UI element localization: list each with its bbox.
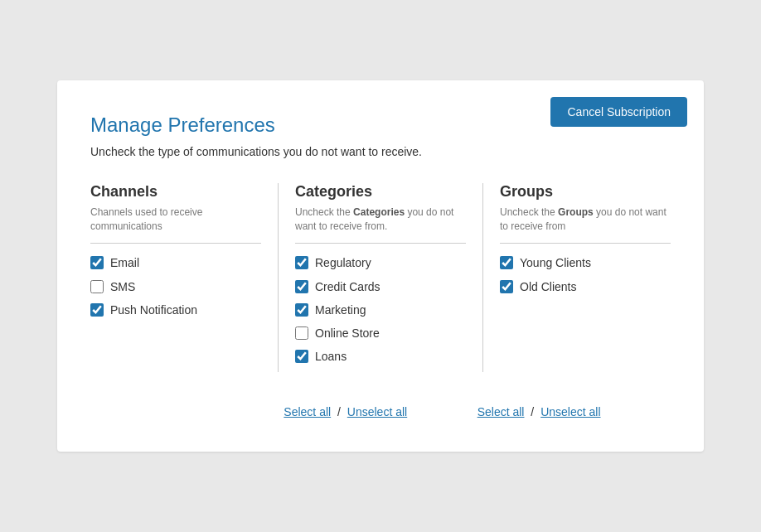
categories-title: Categories [295, 183, 466, 201]
group-young-clients-item: Young Clients [500, 255, 671, 270]
group-young-clients-checkbox[interactable] [500, 256, 513, 269]
category-marketing-checkbox[interactable] [295, 303, 308, 317]
channel-email-checkbox[interactable] [90, 256, 104, 269]
category-credit-cards-label: Credit Cards [315, 279, 380, 294]
channel-email-item: Email [90, 255, 261, 270]
channels-column: Channels Channels used to receive commun… [90, 183, 279, 373]
category-marketing-label: Marketing [315, 302, 366, 317]
categories-column: Categories Uncheck the Categories you do… [295, 183, 483, 373]
channel-sms-checkbox[interactable] [90, 280, 104, 293]
groups-link-group: Select all / Unselect all [477, 405, 671, 418]
channel-push-label: Push Notification [110, 302, 197, 317]
groups-select-all-link[interactable]: Select all [477, 405, 525, 418]
categories-link-separator: / [337, 405, 344, 418]
category-regulatory-item: Regulatory [295, 255, 466, 270]
channels-title: Channels [90, 183, 261, 201]
top-right-area: Cancel Subscription [550, 97, 687, 127]
channel-sms-label: SMS [110, 279, 135, 294]
channel-email-label: Email [110, 255, 139, 270]
bottom-links-area: Select all / Unselect all Select all / U… [90, 405, 671, 418]
group-young-clients-label: Young Clients [520, 255, 591, 270]
groups-desc-bold: Groups [558, 206, 594, 218]
categories-unselect-all-link[interactable]: Unselect all [347, 405, 407, 418]
categories-desc-prefix: Uncheck the [295, 206, 353, 218]
channel-sms-item: SMS [90, 279, 261, 294]
channel-push-item: Push Notification [90, 302, 261, 317]
cancel-subscription-button[interactable]: Cancel Subscription [550, 97, 687, 127]
category-regulatory-checkbox[interactable] [295, 256, 308, 269]
group-old-clients-checkbox[interactable] [500, 280, 513, 293]
groups-unselect-all-link[interactable]: Unselect all [540, 405, 600, 418]
groups-title: Groups [500, 183, 671, 201]
groups-link-separator: / [531, 405, 537, 418]
page-subtitle: Uncheck the type of communications you d… [90, 145, 671, 158]
categories-link-group: Select all / Unselect all [284, 405, 477, 418]
group-old-clients-item: Old Clients [500, 279, 671, 294]
categories-select-all-link[interactable]: Select all [284, 405, 331, 418]
groups-description: Uncheck the Groups you do not want to re… [500, 206, 671, 234]
category-loans-checkbox[interactable] [295, 350, 308, 363]
groups-desc-prefix: Uncheck the [500, 206, 558, 218]
channels-links-section [90, 405, 284, 418]
category-credit-cards-item: Credit Cards [295, 279, 466, 294]
columns-container: Channels Channels used to receive commun… [90, 183, 671, 373]
categories-desc-bold: Categories [353, 206, 405, 218]
category-loans-item: Loans [295, 349, 466, 364]
categories-description: Uncheck the Categories you do not want t… [295, 206, 466, 234]
category-online-store-checkbox[interactable] [295, 326, 308, 340]
category-online-store-item: Online Store [295, 326, 466, 341]
category-regulatory-label: Regulatory [315, 255, 371, 270]
category-credit-cards-checkbox[interactable] [295, 280, 308, 293]
category-marketing-item: Marketing [295, 302, 466, 317]
category-online-store-label: Online Store [315, 326, 380, 341]
groups-column: Groups Uncheck the Groups you do not wan… [500, 183, 671, 373]
main-card: Cancel Subscription Manage Preferences U… [57, 80, 704, 452]
channels-description: Channels used to receive communications [90, 206, 261, 234]
groups-links-section: Select all / Unselect all [477, 405, 671, 418]
category-loans-label: Loans [315, 349, 347, 364]
categories-links-section: Select all / Unselect all [284, 405, 477, 418]
channel-push-checkbox[interactable] [90, 303, 104, 317]
group-old-clients-label: Old Clients [520, 279, 576, 294]
